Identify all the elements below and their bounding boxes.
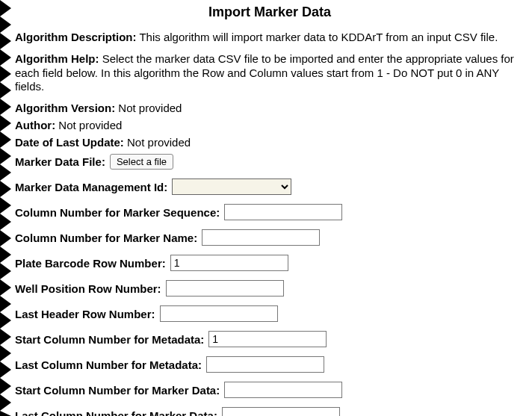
start-col-metadata-label: Start Column Number for Metadata: bbox=[15, 333, 204, 346]
start-col-marker-data-label: Start Column Number for Marker Data: bbox=[15, 384, 220, 397]
marker-data-file-row: Marker Data File: Select a file bbox=[15, 154, 525, 170]
marker-data-mgmt-row: Marker Data Management Id: bbox=[15, 178, 525, 195]
date-label: Date of Last Update: bbox=[15, 136, 124, 149]
plate-barcode-input[interactable] bbox=[170, 255, 288, 271]
page-title: Import Marker Data bbox=[15, 4, 525, 20]
algorithm-description: Algorithm Description: This algorithm wi… bbox=[15, 31, 525, 45]
start-col-marker-data-input[interactable] bbox=[224, 382, 342, 398]
algorithm-version-text: Not provided bbox=[118, 102, 182, 114]
start-col-marker-data-row: Start Column Number for Marker Data: bbox=[15, 382, 525, 398]
algorithm-description-text: This algorithm will import marker data t… bbox=[139, 31, 498, 43]
well-position-input[interactable] bbox=[166, 280, 284, 297]
col-marker-sequence-input[interactable] bbox=[224, 204, 342, 220]
last-col-marker-data-row: Last Column Number for Marker Data: bbox=[15, 407, 525, 416]
last-col-marker-data-label: Last Column Number for Marker Data: bbox=[15, 409, 217, 416]
start-col-metadata-input[interactable] bbox=[208, 331, 327, 347]
select-file-button[interactable]: Select a file bbox=[110, 154, 173, 170]
marker-data-mgmt-select[interactable] bbox=[172, 178, 291, 195]
well-position-row: Well Position Row Number: bbox=[15, 280, 525, 297]
well-position-label: Well Position Row Number: bbox=[15, 282, 161, 295]
author: Author: Not provided bbox=[15, 119, 525, 133]
plate-barcode-label: Plate Barcode Row Number: bbox=[15, 257, 166, 270]
col-marker-name-row: Column Number for Marker Name: bbox=[15, 229, 525, 246]
author-label: Author: bbox=[15, 119, 55, 131]
algorithm-version: Algorithm Version: Not provided bbox=[15, 102, 525, 116]
algorithm-description-label: Algorithm Description: bbox=[15, 31, 137, 43]
algorithm-version-label: Algorithm Version: bbox=[15, 102, 115, 114]
col-marker-sequence-label: Column Number for Marker Sequence: bbox=[15, 206, 220, 219]
date-text: Not provided bbox=[127, 136, 191, 149]
last-header-row: Last Header Row Number: bbox=[15, 305, 525, 322]
plate-barcode-row: Plate Barcode Row Number: bbox=[15, 255, 525, 271]
marker-data-file-label: Marker Data File: bbox=[15, 155, 105, 168]
algorithm-help-label: Algorithm Help: bbox=[15, 52, 99, 65]
algorithm-help: Algorithm Help: Select the marker data C… bbox=[15, 52, 525, 94]
last-col-metadata-label: Last Column Number for Metadata: bbox=[15, 358, 202, 371]
col-marker-sequence-row: Column Number for Marker Sequence: bbox=[15, 204, 525, 220]
last-col-marker-data-input[interactable] bbox=[222, 407, 340, 416]
last-header-input[interactable] bbox=[160, 305, 278, 322]
last-header-label: Last Header Row Number: bbox=[15, 308, 155, 320]
col-marker-name-input[interactable] bbox=[202, 229, 320, 246]
author-text: Not provided bbox=[58, 119, 122, 131]
start-col-metadata-row: Start Column Number for Metadata: bbox=[15, 331, 525, 347]
marker-data-mgmt-label: Marker Data Management Id: bbox=[15, 181, 167, 193]
date-of-last-update: Date of Last Update: Not provided bbox=[15, 136, 525, 150]
col-marker-name-label: Column Number for Marker Name: bbox=[15, 232, 197, 244]
last-col-metadata-row: Last Column Number for Metadata: bbox=[15, 356, 525, 373]
last-col-metadata-input[interactable] bbox=[206, 356, 324, 373]
